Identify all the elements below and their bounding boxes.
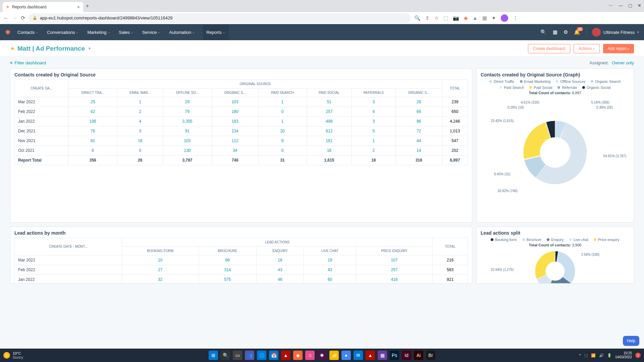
- cell-value[interactable]: 5: [352, 126, 396, 136]
- cell-value[interactable]: 29: [163, 97, 212, 107]
- cell-value[interactable]: 26: [395, 97, 442, 107]
- share-icon[interactable]: ⇪: [425, 15, 430, 21]
- forward-icon[interactable]: →: [12, 15, 17, 21]
- cell-value[interactable]: 10: [122, 255, 199, 265]
- legend-item[interactable]: Paid Social: [529, 85, 552, 89]
- cell-value[interactable]: 34: [212, 146, 258, 156]
- cell-value[interactable]: 112: [212, 136, 258, 146]
- taskbar-app-icon[interactable]: ◆: [293, 351, 303, 360]
- cell-value[interactable]: 51: [307, 97, 352, 107]
- nav-item-reports[interactable]: Reports ⌄: [203, 25, 229, 40]
- browser-tab[interactable]: ✦ Reports dashboard ×: [3, 2, 83, 12]
- cell-value[interactable]: 60: [304, 275, 356, 284]
- extensions-menu-icon[interactable]: ✦: [492, 15, 496, 21]
- cell-value[interactable]: 16: [117, 136, 163, 146]
- taskbar-acrobat-icon[interactable]: ▲: [281, 351, 290, 360]
- weather-widget[interactable]: 10°CSunny: [3, 351, 23, 359]
- cell-value[interactable]: 32: [122, 275, 199, 284]
- cell-value[interactable]: 416: [356, 275, 433, 284]
- nav-item-sales[interactable]: Sales ⌄: [118, 30, 135, 35]
- cell-value[interactable]: 9: [258, 136, 307, 146]
- taskbar-mail-icon[interactable]: ✉: [354, 351, 363, 360]
- chevron-down-icon[interactable]: ▼: [88, 46, 92, 51]
- profile-avatar[interactable]: [501, 14, 508, 22]
- cell-value[interactable]: 20: [258, 126, 307, 136]
- pie-slice[interactable]: [523, 122, 550, 159]
- close-tab-icon[interactable]: ×: [77, 4, 80, 10]
- maximize-icon[interactable]: ▢: [628, 3, 632, 9]
- extension-icon[interactable]: ▲: [473, 15, 478, 21]
- clock[interactable]: 10:2514/03/2022: [615, 351, 632, 359]
- extension-icon[interactable]: ▦: [482, 15, 487, 21]
- search-icon[interactable]: 🔍: [414, 15, 421, 21]
- search-icon[interactable]: 🔍: [540, 29, 547, 35]
- marketplace-icon[interactable]: ▦: [553, 29, 557, 35]
- taskbar-calendar-icon[interactable]: 📅: [269, 351, 278, 360]
- cell-value[interactable]: 14: [395, 146, 442, 156]
- account-menu[interactable]: Ultimate Fitness ▾: [586, 28, 639, 37]
- cell-value[interactable]: 27: [122, 265, 199, 275]
- cell-value[interactable]: 2: [117, 107, 163, 117]
- nav-item-service[interactable]: Service ⌄: [142, 30, 161, 35]
- taskbar-chrome-icon[interactable]: ●: [341, 351, 351, 360]
- taskbar-ai-icon[interactable]: Ai: [414, 351, 423, 360]
- create-dashboard-button[interactable]: Create dashboard: [528, 44, 570, 53]
- cell-value[interactable]: 612: [307, 126, 352, 136]
- filter-dashboard-link[interactable]: ≡ Filter dashboard: [10, 60, 46, 65]
- hubspot-logo-icon[interactable]: ✱: [5, 28, 11, 36]
- cell-value[interactable]: 81: [68, 136, 117, 146]
- taskbar-slack-icon[interactable]: ✱: [317, 351, 327, 360]
- cell-value[interactable]: 0: [258, 146, 307, 156]
- settings-icon[interactable]: ⚙: [564, 29, 568, 35]
- cell-value[interactable]: 72: [395, 126, 442, 136]
- extension-icon[interactable]: ⬚: [443, 15, 448, 21]
- tray-icon[interactable]: ⬚: [584, 353, 588, 358]
- new-tab-button[interactable]: +: [86, 3, 89, 9]
- actions-button[interactable]: Actions ▾: [574, 44, 600, 53]
- close-window-icon[interactable]: ✕: [638, 3, 641, 9]
- legend-item[interactable]: Referrals: [557, 85, 577, 89]
- cell-value[interactable]: 46: [256, 275, 304, 284]
- cell-value[interactable]: 498: [307, 117, 352, 126]
- legend-item[interactable]: Brochure: [522, 238, 542, 242]
- volume-icon[interactable]: 🔊: [599, 353, 604, 358]
- add-report-button[interactable]: Add report ▾: [603, 44, 634, 53]
- cell-value[interactable]: 98: [199, 255, 256, 265]
- notification-badge[interactable]: 3: [635, 353, 641, 358]
- cell-value[interactable]: 96: [395, 117, 442, 126]
- taskbar-app2-icon[interactable]: ▦: [378, 351, 387, 360]
- nav-item-marketing[interactable]: Marketing ⌄: [87, 30, 111, 35]
- cell-value[interactable]: 62: [68, 107, 117, 117]
- cell-value[interactable]: 3: [117, 126, 163, 136]
- taskbar-edge-icon[interactable]: 🌐: [257, 351, 266, 360]
- cell-value[interactable]: 1: [258, 117, 307, 126]
- taskbar-teams-icon[interactable]: 👥: [245, 351, 254, 360]
- cell-value[interactable]: 79: [163, 107, 212, 117]
- nav-item-contacts[interactable]: Contacts ⌄: [17, 30, 39, 35]
- cell-value[interactable]: 16: [256, 255, 304, 265]
- cell-value[interactable]: 0: [258, 107, 307, 117]
- taskbar-acrobat2-icon[interactable]: ▲: [366, 351, 375, 360]
- taskbar-ps-icon[interactable]: Ps: [390, 351, 399, 360]
- battery-icon[interactable]: 🔋: [607, 353, 612, 358]
- cell-value[interactable]: 16: [307, 146, 352, 156]
- cell-value[interactable]: 1: [258, 97, 307, 107]
- legend-item[interactable]: Organic Social: [582, 85, 611, 89]
- legend-item[interactable]: Live chat: [569, 238, 588, 242]
- star-icon[interactable]: ☆: [434, 15, 439, 21]
- cell-value[interactable]: 134: [212, 126, 258, 136]
- reload-icon[interactable]: ⟳: [21, 15, 25, 21]
- wifi-icon[interactable]: 📶: [591, 353, 596, 358]
- cell-value[interactable]: 180: [212, 107, 258, 117]
- cell-value[interactable]: 66: [395, 107, 442, 117]
- notifications-icon[interactable]: 🔔25: [574, 29, 580, 35]
- kebab-menu-icon[interactable]: ⋮: [513, 15, 518, 21]
- cell-value[interactable]: 130: [163, 146, 212, 156]
- minimize-icon[interactable]: —: [619, 3, 623, 9]
- taskbar-files-icon[interactable]: 📁: [329, 351, 339, 360]
- cell-value[interactable]: 314: [199, 265, 256, 275]
- cell-value[interactable]: 91: [163, 126, 212, 136]
- taskbar-start-icon[interactable]: ⊞: [209, 351, 218, 360]
- cell-value[interactable]: 103: [163, 136, 212, 146]
- taskbar-itunes-icon[interactable]: ♫: [305, 351, 315, 360]
